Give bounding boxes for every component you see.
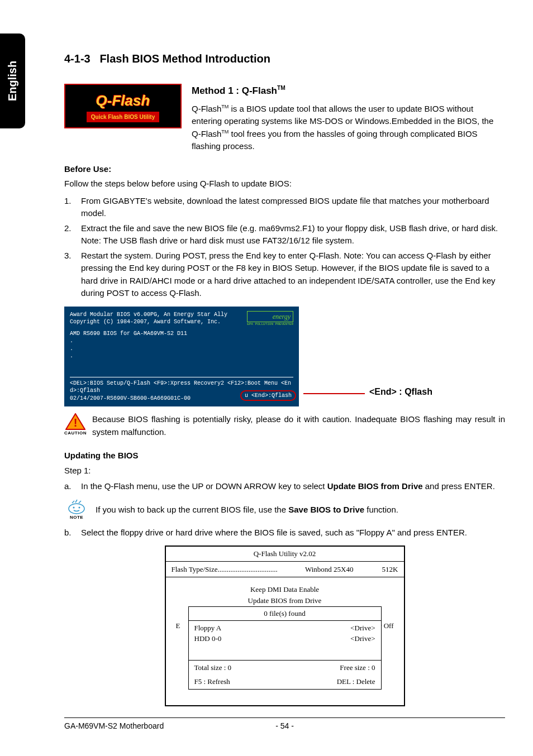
step1-label: Step 1: <box>64 465 505 477</box>
language-label: English <box>4 61 21 101</box>
svg-text:!: ! <box>74 417 78 429</box>
method1-title: Method 1 : Q-FlashTM <box>192 84 505 98</box>
before-use-list: 1.From GIGABYTE's website, download the … <box>64 195 505 300</box>
drive-row: Floppy A<Drive> <box>194 623 375 634</box>
list-item: 2.Extract the file and save the new BIOS… <box>64 222 505 247</box>
list-item: a. In the Q-Flash menu, use the UP or DO… <box>64 480 505 493</box>
drive-row: HDD 0-0<Drive> <box>194 633 375 644</box>
method1-intro: Q-FlashTM is a BIOS update tool that all… <box>192 103 505 153</box>
list-item: 1.From GIGABYTE's website, download the … <box>64 195 505 220</box>
note-text: If you wish to back up the current BIOS … <box>96 504 398 516</box>
updating-heading: Updating the BIOS <box>64 449 505 462</box>
before-use-intro: Follow the steps below before using Q-Fl… <box>64 178 505 190</box>
callout-line <box>303 393 365 394</box>
list-item: 3.Restart the system. During POST, press… <box>64 250 505 300</box>
list-item: b. Select the floppy drive or hard drive… <box>64 527 505 539</box>
callout-text: <End> : Qflash <box>369 385 432 399</box>
svg-point-4 <box>79 506 80 508</box>
end-key-highlight: u <End>:Qflash <box>240 390 296 401</box>
caution-icon: ! CAUTION <box>64 413 87 437</box>
qflash-utility-screenshot: Q-Flash Utility v2.02 Flash Type/Size ..… <box>165 546 405 706</box>
qflash-logo: Q-Flash Quick Flash BIOS Utility <box>64 84 182 128</box>
drive-selection-popup: 0 file(s) found Floppy A<Drive> HDD 0-0<… <box>188 606 382 690</box>
note-icon: NOTE <box>64 499 89 521</box>
language-tab: English <box>0 34 25 128</box>
page-footer: GA-M69VM-S2 Motherboard - 54 - <box>64 717 505 732</box>
before-use-label: Before Use: <box>64 163 505 176</box>
svg-point-2 <box>69 504 84 514</box>
svg-point-3 <box>73 506 75 508</box>
caution-text: Because BIOS flashing is potentially ris… <box>92 413 505 438</box>
section-heading: 4-1-3 Flash BIOS Method Introduction <box>64 50 505 67</box>
bios-post-screenshot: Award Modular BIOS v6.00PG, An Energy St… <box>64 307 299 407</box>
